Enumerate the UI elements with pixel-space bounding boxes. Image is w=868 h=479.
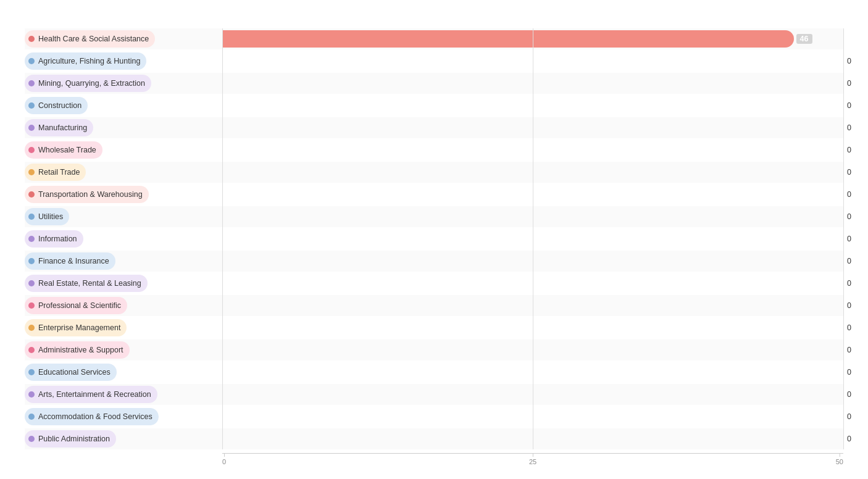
- bar-track: 0: [222, 252, 843, 270]
- bar-label-pill: Mining, Quarrying, & Extraction: [25, 75, 151, 92]
- industry-label: Construction: [38, 101, 81, 110]
- industry-label: Public Administration: [38, 435, 110, 443]
- bar-label-pill: Agriculture, Fishing & Hunting: [25, 52, 146, 70]
- tick-line: [533, 454, 533, 457]
- tick-line: [224, 454, 225, 457]
- bar-label-pill: Finance & Insurance: [25, 252, 115, 270]
- industry-label: Enterprise Management: [38, 323, 120, 332]
- bar-row: Manufacturing0: [25, 117, 843, 138]
- bar-track: 0: [222, 208, 843, 225]
- industry-label: Accommodation & Food Services: [38, 412, 152, 421]
- bar-value-label: 46: [796, 34, 812, 44]
- industry-label: Manufacturing: [38, 123, 87, 132]
- industry-label: Mining, Quarrying, & Extraction: [38, 79, 145, 88]
- bar-track: 0: [222, 97, 843, 114]
- chart-container: Health Care & Social Assistance46Agricul…: [12, 12, 856, 472]
- industry-label: Utilities: [38, 212, 63, 221]
- bar-track: 0: [222, 141, 843, 159]
- bar-label-pill: Retail Trade: [25, 164, 86, 181]
- grid-line: [843, 28, 844, 449]
- bar-value-label: 0: [847, 190, 851, 199]
- dot-icon: [28, 414, 35, 420]
- industry-label: Agriculture, Fishing & Hunting: [38, 57, 140, 65]
- axis-tick: 0: [222, 454, 226, 465]
- bar-track: 0: [222, 75, 843, 92]
- dot-icon: [28, 102, 35, 109]
- bar-label-pill: Arts, Entertainment & Recreation: [25, 386, 157, 403]
- bar-row: Real Estate, Rental & Leasing0: [25, 273, 843, 294]
- bar-row: Public Administration0: [25, 428, 843, 449]
- tick-label: 50: [836, 458, 843, 465]
- industry-label: Information: [38, 235, 77, 243]
- bar-row: Administrative & Support0: [25, 339, 843, 360]
- bar-label-pill: Health Care & Social Assistance: [25, 30, 155, 48]
- axis-tick: 50: [836, 454, 843, 465]
- bar-row: Accommodation & Food Services0: [25, 406, 843, 427]
- bar-label-pill: Utilities: [25, 208, 69, 225]
- bar-label-pill: Manufacturing: [25, 119, 93, 136]
- dot-icon: [28, 369, 35, 375]
- bar-label-pill: Administrative & Support: [25, 341, 130, 359]
- bar-row: Professional & Scientific0: [25, 295, 843, 316]
- bar-label-pill: Accommodation & Food Services: [25, 408, 159, 425]
- industry-label: Wholesale Trade: [38, 146, 96, 154]
- dot-icon: [28, 58, 35, 64]
- axis-area: 02550: [25, 453, 843, 465]
- bar-track: 0: [222, 364, 843, 381]
- bar-value-label: 0: [847, 235, 851, 243]
- bar-track: 0: [222, 386, 843, 403]
- bar-value-label: 0: [847, 323, 851, 332]
- dot-icon: [28, 125, 35, 131]
- bar-label-pill: Real Estate, Rental & Leasing: [25, 275, 148, 292]
- industry-label: Finance & Insurance: [38, 257, 109, 265]
- bar-value-label: 0: [847, 57, 851, 65]
- axis-wrapper: 02550: [25, 453, 843, 465]
- bar-value-label: 0: [847, 146, 851, 154]
- bar-value-label: 0: [847, 212, 851, 221]
- bar-value-label: 0: [847, 412, 851, 421]
- dot-icon: [28, 236, 35, 242]
- bar-row: Wholesale Trade0: [25, 140, 843, 160]
- bar-track: 0: [222, 297, 843, 314]
- dot-icon: [28, 280, 35, 286]
- bar-value-label: 0: [847, 101, 851, 110]
- bar-value-label: 0: [847, 435, 851, 443]
- tick-label: 25: [529, 458, 536, 465]
- bar-track: 46: [222, 30, 843, 48]
- industry-label: Professional & Scientific: [38, 301, 121, 310]
- bar-row: Retail Trade0: [25, 162, 843, 183]
- dot-icon: [28, 347, 35, 353]
- bar-track: 0: [222, 430, 843, 448]
- bar-row: Utilities0: [25, 206, 843, 227]
- dot-icon: [28, 191, 35, 198]
- dot-icon: [28, 258, 35, 264]
- bar-track: 0: [222, 341, 843, 359]
- dot-icon: [28, 325, 35, 331]
- bar-label-pill: Information: [25, 230, 83, 248]
- bar-value-label: 0: [847, 79, 851, 88]
- bar-row: Information0: [25, 228, 843, 249]
- dot-icon: [28, 147, 35, 153]
- axis-line: 02550: [222, 453, 843, 465]
- dot-icon: [28, 80, 35, 86]
- bar-row: Arts, Entertainment & Recreation0: [25, 384, 843, 405]
- bar-track: 0: [222, 275, 843, 292]
- bar-track: 0: [222, 408, 843, 425]
- dot-icon: [28, 436, 35, 442]
- dot-icon: [28, 214, 35, 220]
- rows-wrapper: Health Care & Social Assistance46Agricul…: [25, 28, 843, 449]
- bar-fill: 46: [222, 30, 794, 48]
- bar-track: 0: [222, 186, 843, 203]
- bar-track: 0: [222, 52, 843, 70]
- bar-row: Construction0: [25, 95, 843, 116]
- dot-icon: [28, 391, 35, 398]
- bar-row: Agriculture, Fishing & Hunting0: [25, 51, 843, 72]
- industry-label: Real Estate, Rental & Leasing: [38, 279, 141, 288]
- dot-icon: [28, 36, 35, 42]
- dot-icon: [28, 169, 35, 175]
- bar-label-pill: Educational Services: [25, 364, 117, 381]
- bar-label-pill: Professional & Scientific: [25, 297, 127, 314]
- bar-label-pill: Enterprise Management: [25, 319, 127, 336]
- tick-label: 0: [222, 458, 226, 465]
- axis-tick: 25: [529, 454, 536, 465]
